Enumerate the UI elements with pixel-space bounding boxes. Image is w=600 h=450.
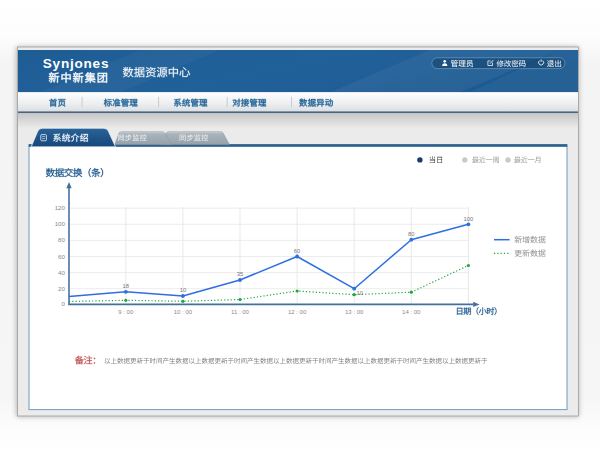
svg-text:10: 10 — [180, 287, 186, 293]
svg-text:12 : 00: 12 : 00 — [288, 309, 307, 315]
svg-text:10: 10 — [357, 290, 363, 296]
svg-text:11 : 00: 11 : 00 — [231, 309, 250, 315]
svg-text:13 : 00: 13 : 00 — [345, 309, 364, 315]
svg-text:40: 40 — [58, 269, 65, 276]
svg-text:14 : 00: 14 : 00 — [402, 309, 421, 315]
svg-text:35: 35 — [237, 271, 243, 277]
svg-text:60: 60 — [58, 253, 65, 260]
svg-text:80: 80 — [58, 236, 65, 243]
svg-text:60: 60 — [294, 248, 300, 254]
svg-text:10 : 00: 10 : 00 — [174, 309, 193, 315]
svg-text:20: 20 — [58, 285, 65, 292]
svg-text:9 : 00: 9 : 00 — [118, 309, 134, 315]
svg-text:0: 0 — [62, 300, 66, 307]
svg-text:Synjones: Synjones — [43, 56, 109, 71]
svg-text:80: 80 — [408, 231, 414, 237]
svg-text:100: 100 — [55, 220, 66, 227]
svg-text:18: 18 — [123, 283, 129, 289]
svg-text:120: 120 — [55, 204, 66, 211]
svg-text:100: 100 — [464, 216, 474, 222]
